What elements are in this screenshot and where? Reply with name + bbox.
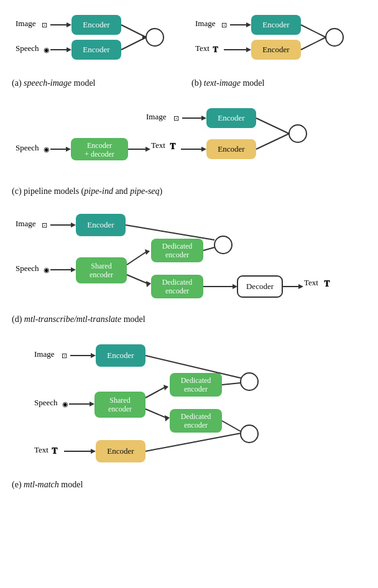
speech-icon-a: ◉ [44,46,50,53]
encoder-label-a-speech: Encoder [83,45,110,54]
enc-dec-label-c2: + decoder [85,150,114,158]
ded-enc-d-top2: encoder [165,250,189,259]
arrowhead-e-shared-bot [165,415,170,421]
image-label-e: Image [34,349,55,359]
arrowhead-d-dec-text [298,284,303,289]
image-icon-e: ⊡ [62,352,67,359]
shared-enc-label-e1: Shared [109,396,130,405]
encoder-label-a-image: Encoder [83,20,110,29]
arrowhead-a1 [67,22,71,27]
diagram-a: Image ⊡ Encoder Speech ◉ Encoder [9,6,189,93]
merge-line-b1 [301,25,326,37]
ded-enc-e-top2: encoder [184,385,208,393]
arrowhead-d-shared-top [145,249,150,255]
image-icon-a: ⊡ [42,21,47,29]
circle-e-top [241,373,258,390]
ded-enc-d-bot2: encoder [165,287,189,295]
encoder-label-d-image: Encoder [87,220,114,229]
arrowhead-b1 [246,22,251,27]
image-label-d: Image [16,219,36,228]
image-label-a: Image [16,19,36,28]
arrowhead-e-shared-top [164,385,168,390]
arrowhead-d-shared-bot [146,281,151,287]
encoder-label-e-text: Encoder [107,446,134,456]
diagrams-ab: Image ⊡ Encoder Speech ◉ Encoder [9,6,369,93]
encoder-label-b-text: Encoder [262,45,290,54]
arrowhead-e-speech [90,402,94,407]
text-label-d: Text [304,278,318,287]
ded-enc-e-top1: Dedicated [181,376,211,385]
arrow-e-shared-bot [145,409,166,418]
speech-icon-e: ◉ [62,400,68,408]
circle-d [214,236,232,254]
arrowhead-c-text-enc [201,147,206,152]
speech-label-d: Speech [16,264,39,273]
ded-enc-d-bot1: Dedicated [162,278,193,287]
image-icon-b: ⊡ [221,21,227,29]
arrow-d-shared-bot [127,275,147,283]
encoder-label-c-image: Encoder [218,113,245,122]
line-d-img-circle [126,225,214,240]
diagram-d: Image ⊡ Encoder Speech ◉ Shared encoder … [9,203,369,324]
diagram-c-svg: Image ⊡ Encoder Speech ◉ Encoder + decod… [9,99,378,180]
decoder-label-d: Decoder [246,282,274,291]
line-e-ded-top-circle [222,383,241,385]
text-icon-d: 𝐓 [324,279,330,288]
diagram-c: Image ⊡ Encoder Speech ◉ Encoder + decod… [9,99,369,196]
text-label-e: Text [34,445,48,454]
arrow-e-shared-top [145,387,166,398]
shared-enc-label-d2: encoder [90,270,113,279]
arrowhead-d-speech [71,267,76,272]
arrow-d-shared-top [127,251,147,265]
line-d-ded-top-circle [203,247,214,250]
diagram-a-svg: Image ⊡ Encoder Speech ◉ Encoder [9,6,183,75]
ded-enc-e-bot2: encoder [184,421,208,430]
image-icon-c: ⊡ [173,114,179,122]
diagram-b: Image ⊡ Encoder Text 𝐓 Encoder (b) t [189,6,369,93]
speech-label-e: Speech [34,398,58,407]
speech-label-c: Speech [16,143,39,152]
merge-line-b2 [301,37,326,50]
diagram-e-svg: Image ⊡ Encoder Speech ◉ Shared encoder … [9,331,378,474]
text-icon-b: 𝐓 [213,45,218,54]
image-label-b: Image [195,19,216,28]
text-icon-e: 𝐓 [52,446,58,456]
arrowhead-e-text [91,449,96,454]
encoder-label-e-image: Encoder [107,351,134,360]
shared-enc-label-d1: Shared [91,262,111,270]
arrowhead-d-image [71,223,76,227]
text-icon-c: 𝐓 [170,142,176,151]
encoder-label-b-image: Encoder [262,20,290,29]
text-label-b: Text [195,44,210,53]
arrowhead-e-image [91,353,96,358]
caption-b: (b) text-image model [189,78,264,88]
ded-enc-d-top1: Dedicated [162,242,193,250]
speech-icon-d: ◉ [44,266,50,273]
arrowhead-b2 [246,47,251,52]
merge-c2 [256,134,289,149]
diagram-e: Image ⊡ Encoder Speech ◉ Shared encoder … [9,331,369,490]
diagram-d-svg: Image ⊡ Encoder Speech ◉ Shared encoder … [9,203,378,308]
caption-a: (a) speech-image model [9,78,96,88]
circle-e-bot [241,425,258,443]
speech-label-a: Speech [16,44,39,53]
speech-icon-c: ◉ [44,145,50,153]
circle-a [146,29,164,46]
circle-c [289,125,307,142]
image-label-c: Image [146,112,167,121]
ded-enc-e-bot1: Dedicated [181,412,211,421]
line-e-text-circle [145,433,241,451]
enc-dec-label-c1: Encoder [87,141,112,150]
caption-e: (e) mtl-match model [9,480,369,490]
diagram-b-svg: Image ⊡ Encoder Text 𝐓 Encoder [189,6,363,75]
line-e-ded-bot-circle [222,421,241,431]
arrowhead-d-bot-dec [233,284,237,289]
image-icon-d: ⊡ [42,221,47,229]
circle-b [326,29,343,46]
text-label-c: Text [151,140,165,150]
shared-enc-label-e2: encoder [108,405,132,413]
arrowhead-c-to-text [145,147,150,152]
encoder-label-c-text: Encoder [218,144,245,154]
merge-c1 [256,118,289,134]
arrowhead-c-image [201,116,206,121]
